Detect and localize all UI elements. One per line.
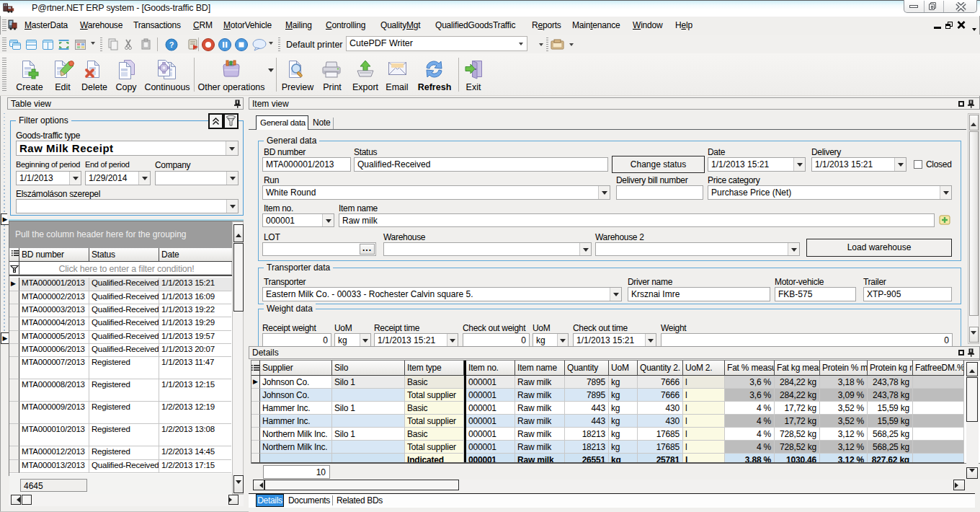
svg-text:?: ? xyxy=(169,40,174,49)
